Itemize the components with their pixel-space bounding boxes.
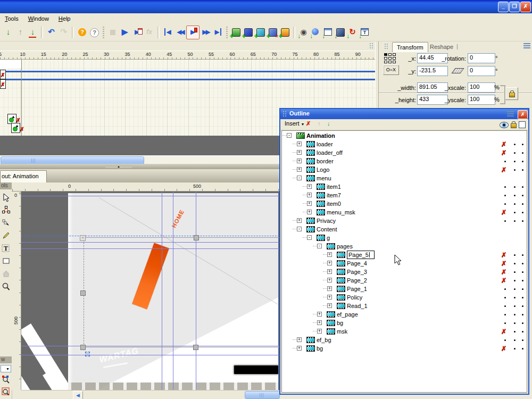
state-dot-icon[interactable]: [514, 339, 516, 341]
collapse-toggle[interactable]: -: [297, 227, 302, 231]
goto-start-button[interactable]: ◀: [162, 26, 174, 39]
menu-window[interactable]: Window: [23, 14, 54, 23]
tree-row-Page_5[interactable]: +Page_5✗: [282, 251, 527, 259]
close-button[interactable]: ✗: [520, 2, 531, 12]
state-dot-icon[interactable]: [522, 348, 523, 350]
zoom-object-tool[interactable]: [1, 375, 11, 386]
undo-button[interactable]: ↶: [45, 26, 57, 39]
timeline-frame-ruler[interactable]: 51015202530354045505560657075808590: [0, 51, 375, 60]
context-help-button[interactable]: ?: [88, 26, 101, 39]
insert-dropdown[interactable]: Insert ▼: [285, 120, 305, 127]
move-up-button[interactable]: ↑: [318, 120, 321, 127]
text-tool[interactable]: T: [1, 244, 11, 255]
zoom-level-dropdown[interactable]: ▼: [1, 365, 11, 372]
state-dot-icon[interactable]: [522, 169, 523, 171]
anchor-cell[interactable]: [384, 61, 387, 63]
tab-reshape[interactable]: Reshape: [426, 42, 458, 52]
tree-row-g[interactable]: -g: [282, 234, 527, 242]
expand-toggle[interactable]: +: [297, 346, 302, 351]
tree-row-ef_page[interactable]: +ef_page: [282, 310, 527, 319]
expand-toggle[interactable]: +: [297, 337, 302, 342]
state-dot-icon[interactable]: [514, 169, 516, 171]
state-dot-icon[interactable]: [514, 271, 516, 273]
expand-toggle[interactable]: +: [297, 167, 302, 172]
zoom-scene-tool[interactable]: [1, 387, 11, 398]
state-dot-icon[interactable]: [514, 280, 516, 281]
anchor-cell[interactable]: [388, 53, 392, 56]
state-dot-icon[interactable]: [514, 203, 516, 205]
canvas-scrollbar-thumb[interactable]: [245, 391, 280, 399]
state-dot-icon[interactable]: [504, 288, 506, 290]
state-dot-icon[interactable]: [514, 263, 516, 264]
outline-titlebar[interactable]: Outline ✗: [280, 109, 528, 119]
expand-toggle[interactable]: +: [327, 252, 332, 257]
hidden-object-icon[interactable]: ✗: [501, 345, 506, 352]
tree-row-menu[interactable]: -menu: [282, 174, 527, 182]
y-input[interactable]: -231.5: [417, 66, 448, 76]
state-dot-icon[interactable]: [514, 144, 516, 145]
insert-swf-button[interactable]: ↓: [334, 26, 346, 39]
tree-row-msk[interactable]: +msk✗: [282, 327, 527, 336]
selection-handle[interactable]: [193, 345, 198, 350]
insert-instance-button[interactable]: +×: [267, 26, 279, 39]
select-tool[interactable]: [1, 193, 11, 204]
visibility-column-icon[interactable]: [500, 122, 509, 128]
state-dot-icon[interactable]: [504, 314, 506, 315]
hidden-object-icon[interactable]: ✗: [501, 328, 506, 335]
keyframe-icon[interactable]: ▲: [11, 123, 20, 133]
state-dot-icon[interactable]: [514, 152, 516, 154]
hidden-object-icon[interactable]: ✗: [501, 140, 506, 148]
preview-frame-button[interactable]: ▶: [186, 26, 200, 39]
state-dot-icon[interactable]: [514, 212, 516, 213]
anchor-cell[interactable]: [384, 57, 387, 60]
state-dot-icon[interactable]: [504, 186, 506, 188]
tree-row-pages[interactable]: -pages: [282, 242, 527, 251]
tree-row-item1[interactable]: +item1: [282, 182, 527, 191]
tree-row-Read_1[interactable]: +Read_1: [282, 302, 527, 310]
panel-menu-icon[interactable]: [523, 43, 530, 49]
state-dot-icon[interactable]: [522, 220, 523, 222]
state-dot-icon[interactable]: [514, 305, 516, 307]
state-dot-icon[interactable]: [522, 271, 523, 273]
state-dot-icon[interactable]: [522, 331, 523, 332]
lock-column-icon[interactable]: [511, 123, 517, 128]
insert-movie-button[interactable]: +: [254, 26, 267, 39]
zoom-tool[interactable]: [1, 282, 11, 293]
hidden-object-icon[interactable]: ✗: [501, 268, 506, 276]
state-dot-icon[interactable]: [514, 186, 516, 188]
delete-button[interactable]: ✗: [306, 120, 311, 127]
tree-row-Privacy[interactable]: +Privacy: [282, 217, 527, 225]
tree-row-border[interactable]: +border: [282, 157, 527, 165]
tree-row-Logo[interactable]: +Logo✗: [282, 165, 527, 174]
anchor-cell[interactable]: [393, 57, 396, 60]
anchor-cell[interactable]: [388, 57, 392, 60]
expand-toggle[interactable]: +: [327, 261, 332, 265]
goto-end-button[interactable]: ▶: [212, 26, 224, 39]
state-dot-icon[interactable]: [522, 305, 523, 307]
collapse-toggle[interactable]: -: [307, 235, 312, 240]
state-dot-icon[interactable]: [504, 195, 506, 196]
insert-sprite-button[interactable]: +: [242, 26, 254, 39]
insert-frame-button[interactable]: ↓: [322, 26, 334, 39]
tree-row-Content[interactable]: -Content: [282, 225, 527, 234]
canvas-vertical-ruler[interactable]: 0500: [12, 192, 21, 390]
expand-toggle[interactable]: +: [307, 193, 312, 197]
state-dot-icon[interactable]: [504, 203, 506, 205]
state-dot-icon[interactable]: [504, 339, 506, 341]
tree-row-Page_1[interactable]: +Page_1: [282, 285, 527, 293]
guide-vertical[interactable]: [173, 192, 173, 390]
tree-row-Policy[interactable]: +Policy: [282, 293, 527, 302]
state-dot-icon[interactable]: [522, 339, 523, 341]
sprite-bar[interactable]: [5, 79, 375, 80]
move-down-button[interactable]: ↓: [327, 120, 330, 127]
sprite-bar[interactable]: [5, 71, 375, 72]
state-dot-icon[interactable]: [522, 144, 523, 145]
expand-toggle[interactable]: +: [317, 312, 322, 317]
state-dot-icon[interactable]: [514, 322, 516, 324]
tree-row-Page_4[interactable]: +Page_4✗: [282, 259, 527, 268]
tree-row-Animation[interactable]: -Animation: [282, 131, 527, 140]
guide-horizontal[interactable]: [21, 242, 279, 243]
timeline-scrollbar-thumb[interactable]: [1, 156, 144, 164]
insert-sound-button[interactable]: ◉↓: [297, 26, 310, 39]
hidden-object-icon[interactable]: ✗: [501, 260, 506, 267]
